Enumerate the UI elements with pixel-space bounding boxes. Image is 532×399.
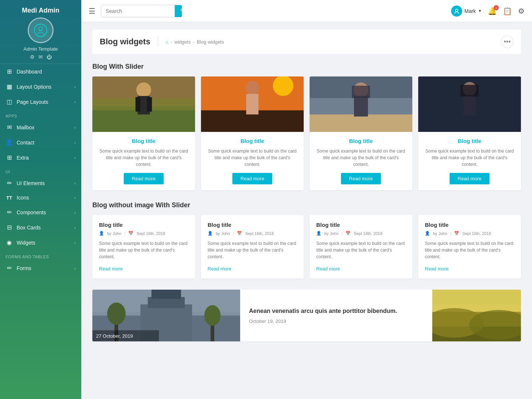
no-img-card-3-read-more[interactable]: Read more [316, 266, 340, 272]
blog-card-4-title: Blog title [424, 138, 515, 144]
sidebar-item-widgets[interactable]: ◉ Widgets › [0, 235, 81, 250]
sidebar-item-box-cards[interactable]: ⊟ Box Cards › [0, 220, 81, 235]
blog-card-4-body: Blog title Some quick example text to bu… [418, 132, 521, 190]
sidebar-item-icons[interactable]: TT Icons › [0, 191, 81, 205]
breadcrumb-blog-widgets[interactable]: Blog widgets [197, 39, 224, 45]
settings-button[interactable]: ⚙ [518, 7, 525, 16]
blog-no-image-title: Blog without image With Slider [92, 201, 521, 209]
user-dropdown-icon: ▼ [478, 9, 482, 13]
sidebar-item-forms[interactable]: ✏ Forms › [0, 260, 81, 276]
bottom-article-content: Aenean venenatis arcu quis ante porttito… [240, 290, 432, 341]
author-icon: 👤 [425, 231, 430, 236]
chevron-right-icon: › [74, 85, 76, 89]
chevron-right-icon: › [74, 125, 76, 130]
sidebar-item-extra[interactable]: ⊞ Extra › [0, 150, 81, 165]
no-img-card-3: Blog title 👤 by John | 📅 Sept 16th, 2018… [310, 215, 412, 279]
calendar-icon: 📅 [128, 231, 133, 236]
blog-card-3-body: Blog title Some quick example text to bu… [310, 132, 412, 190]
calendar-icon: 📅 [345, 231, 351, 236]
gear-icon[interactable]: ⚙ [30, 54, 35, 60]
header-user[interactable]: Mark ▼ [451, 6, 482, 17]
svg-rect-25 [461, 85, 479, 96]
no-img-card-4-date: Sept 16th, 2018 [462, 231, 491, 236]
user-name: Mark [464, 8, 476, 14]
sidebar-item-page-layouts[interactable]: ◫ Page Layouts › [0, 94, 81, 109]
chevron-right-icon: › [74, 156, 76, 160]
bottom-article-date: October 19, 2019 [249, 318, 423, 324]
chevron-right-icon: › [74, 210, 76, 215]
blog-card-2-read-more[interactable]: Read more [232, 173, 272, 184]
blog-card-4-read-more[interactable]: Read more [450, 173, 490, 184]
no-img-card-2: Blog title 👤 by John | 📅 Sept 16th, 2018… [201, 215, 304, 279]
home-icon[interactable]: ⌂ [166, 39, 168, 45]
contact-icon: 👤 [6, 139, 13, 146]
blog-card-4-text: Some quick example text to build on the … [424, 148, 515, 168]
blog-card-3-read-more[interactable]: Read more [341, 173, 381, 184]
sidebar-item-label: Box Cards [17, 225, 41, 231]
no-img-card-1-read-more[interactable]: Read more [99, 266, 123, 272]
blog-card-3-title: Blog title [316, 138, 406, 144]
no-img-card-4-meta: 👤 by John | 📅 Sept 16th, 2018 [425, 231, 514, 236]
sidebar-item-ui-elements[interactable]: ✏ UI Elements › [0, 175, 81, 191]
blog-card-2-body: Blog title Some quick example text to bu… [201, 132, 304, 190]
power-icon[interactable]: ⏻ [47, 54, 52, 60]
sidebar-item-layout-options[interactable]: ▦ Layout Options › [0, 79, 81, 94]
svg-rect-8 [136, 97, 140, 112]
svg-text:27 October, 2019: 27 October, 2019 [96, 333, 133, 339]
bottom-left-image: 27 October, 2019 [92, 290, 240, 341]
chevron-right-icon: › [74, 140, 76, 145]
dashboard-icon: ⊞ [6, 68, 13, 75]
sidebar-section-apps: APPS [0, 109, 81, 120]
icons-icon: TT [6, 195, 13, 201]
chevron-right-icon: › [74, 195, 76, 200]
no-img-card-1-date: Sept 16th, 2018 [136, 231, 165, 236]
mail-icon[interactable]: ✉ [38, 54, 43, 60]
search-input[interactable] [101, 6, 175, 17]
blog-card-1-read-more[interactable]: Read more [124, 173, 164, 184]
chevron-right-icon: › [74, 181, 76, 185]
bottom-right-image [432, 290, 521, 341]
sidebar-section-ui: UI [0, 165, 81, 175]
sidebar-item-components[interactable]: ✏ Components › [0, 205, 81, 220]
page-options-button[interactable]: ••• [501, 35, 514, 48]
sidebar-item-contact[interactable]: 👤 Contact › [0, 135, 81, 150]
sidebar-section-forms: FORMS And TABLES [0, 250, 81, 260]
blog-card-2-title: Blog title [207, 138, 298, 144]
no-img-card-1-title: Blog title [99, 222, 188, 228]
breadcrumb-sep1: - [171, 39, 172, 45]
page-title: Blog widgets [100, 37, 150, 47]
chevron-right-icon: › [74, 100, 76, 104]
blog-with-slider-grid: Blog title Some quick example text to bu… [92, 76, 521, 190]
clipboard-button[interactable]: 📋 [503, 7, 512, 16]
components-icon: ✏ [6, 209, 13, 216]
menu-hamburger-icon[interactable]: ☰ [89, 7, 95, 16]
ui-elements-icon: ✏ [6, 180, 13, 187]
main-area: ☰ 🔍 Mark ▼ 🔔 1 📋 ⚙ [81, 0, 532, 399]
widgets-icon: ◉ [6, 239, 13, 246]
svg-rect-31 [151, 290, 181, 299]
no-img-card-2-author: by John [216, 231, 230, 236]
blog-card-1: Blog title Some quick example text to bu… [92, 76, 195, 190]
page-layouts-icon: ◫ [6, 98, 13, 105]
svg-point-2 [455, 9, 458, 11]
sidebar-avatar [28, 17, 54, 43]
bottom-article-title: Aenean venenatis arcu quis ante porttito… [249, 307, 423, 315]
no-img-card-4-read-more[interactable]: Read more [425, 266, 449, 272]
admin-icons: ⚙ ✉ ⏻ [4, 54, 78, 60]
sidebar-item-mailbox[interactable]: ✉ Mailbox › [0, 120, 81, 135]
notification-badge: 1 [494, 5, 499, 10]
blog-card-1-text: Some quick example text to build on the … [98, 148, 189, 168]
notifications-button[interactable]: 🔔 1 [488, 7, 497, 16]
calendar-icon: 📅 [237, 231, 242, 236]
breadcrumb-widgets[interactable]: widgets [174, 39, 191, 45]
no-img-card-4: Blog title 👤 by John | 📅 Sept 16th, 2018… [418, 215, 521, 279]
meta-sep: | [233, 231, 234, 236]
sidebar-item-label: UI Elements [17, 180, 45, 186]
svg-rect-20 [352, 86, 370, 98]
blog-card-3-text: Some quick example text to build on the … [316, 148, 406, 168]
search-button[interactable]: 🔍 [175, 5, 182, 17]
no-img-card-2-read-more[interactable]: Read more [208, 266, 231, 272]
sidebar-item-dashboard[interactable]: ⊞ Dashboard [0, 64, 81, 79]
extra-icon: ⊞ [6, 154, 13, 161]
meta-sep: | [342, 231, 343, 236]
